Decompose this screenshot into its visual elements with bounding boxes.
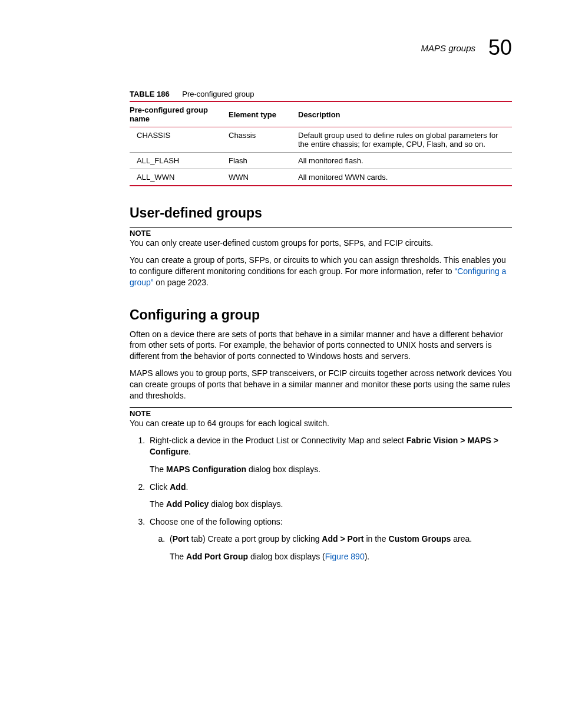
cell-name: ALL_FLASH xyxy=(130,153,229,169)
link-figure-890[interactable]: Figure 890 xyxy=(325,552,365,561)
heading-configuring-a-group: Configuring a group xyxy=(130,307,512,323)
document-page: MAPS groups 50 TABLE 186 Pre-configured … xyxy=(0,0,562,728)
table-number: TABLE 186 xyxy=(130,90,170,98)
cell-desc: Default group used to define rules on gl… xyxy=(298,127,512,153)
divider xyxy=(130,227,512,228)
table-title: Pre-configured group xyxy=(182,90,254,98)
th-type: Element type xyxy=(229,101,298,127)
table-caption: TABLE 186 Pre-configured group xyxy=(130,90,512,98)
cell-name: ALL_WWN xyxy=(130,169,229,186)
cell-type: WWN xyxy=(229,169,298,186)
paragraph: You can create a group of ports, SFPs, o… xyxy=(130,255,512,288)
chapter-number: 50 xyxy=(488,35,512,60)
substep-a: (Port tab) Create a port group by clicki… xyxy=(167,533,512,562)
step-result: The Add Policy dialog box displays. xyxy=(150,499,512,510)
table-header-row: Pre-configured group name Element type D… xyxy=(130,101,512,127)
cell-type: Flash xyxy=(229,153,298,169)
th-desc: Description xyxy=(298,101,512,127)
table-row: ALL_WWN WWN All monitored WWN cards. xyxy=(130,169,512,186)
paragraph: Often on a device there are sets of port… xyxy=(130,329,512,363)
cell-type: Chassis xyxy=(229,127,298,153)
substeps-list: (Port tab) Create a port group by clicki… xyxy=(150,533,512,562)
note-text: You can only create user-defined custom … xyxy=(130,238,512,249)
step-2: Click Add. The Add Policy dialog box dis… xyxy=(147,482,512,510)
th-name: Pre-configured group name xyxy=(130,101,229,127)
table-row: CHASSIS Chassis Default group used to de… xyxy=(130,127,512,153)
note-label: NOTE xyxy=(130,409,512,418)
steps-list: Right-click a device in the Product List… xyxy=(130,435,512,563)
paragraph: MAPS allows you to group ports, SFP tran… xyxy=(130,368,512,401)
divider xyxy=(130,407,512,408)
header-section: MAPS groups xyxy=(421,43,476,53)
cell-desc: All monitored WWN cards. xyxy=(298,169,512,186)
table-row: ALL_FLASH Flash All monitored flash. xyxy=(130,153,512,169)
preconfigured-group-table: Pre-configured group name Element type D… xyxy=(130,101,512,186)
cell-name: CHASSIS xyxy=(130,127,229,153)
step-result: The MAPS Configuration dialog box displa… xyxy=(150,464,512,476)
step-3: Choose one of the following options: (Po… xyxy=(147,516,512,563)
step-1: Right-click a device in the Product List… xyxy=(147,435,512,476)
page-header: MAPS groups 50 xyxy=(50,35,512,60)
content-body: TABLE 186 Pre-configured group Pre-confi… xyxy=(130,90,512,563)
note-label: NOTE xyxy=(130,229,512,238)
step-result: The Add Port Group dialog box displays (… xyxy=(170,551,512,563)
note-text: You can create up to 64 groups for each … xyxy=(130,418,512,429)
cell-desc: All monitored flash. xyxy=(298,153,512,169)
heading-user-defined-groups: User-defined groups xyxy=(130,205,512,221)
